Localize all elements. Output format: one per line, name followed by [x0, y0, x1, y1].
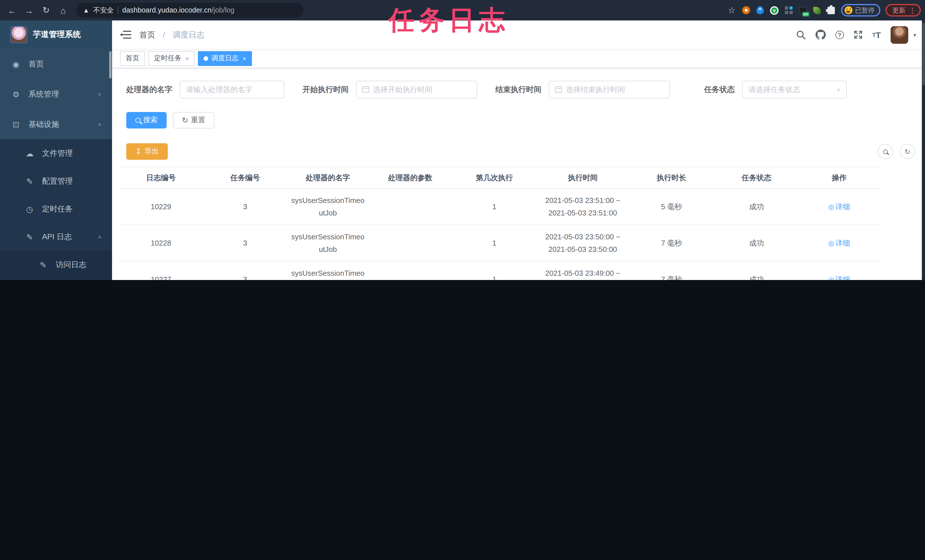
- handler-name: sysUserSessionTimeoutJob: [291, 230, 365, 256]
- tab-调度日志[interactable]: 调度日志×: [198, 51, 252, 66]
- job-id-cell: 3: [203, 225, 287, 261]
- reload-icon[interactable]: ↻: [39, 3, 53, 18]
- search-button[interactable]: 搜索: [126, 112, 167, 128]
- sidebar-scrollbar-thumb[interactable]: [109, 51, 111, 78]
- tab-首页[interactable]: 首页: [120, 51, 145, 66]
- window-scrollbar[interactable]: [922, 21, 925, 280]
- not-secure-label: 不安全: [93, 5, 114, 15]
- handler-cell: sysUserSessionTimeoutJob: [287, 188, 369, 225]
- breadcrumb: 首页 / 调度日志: [139, 29, 205, 40]
- status-cell: 成功: [715, 188, 798, 225]
- download-icon: ↧: [136, 148, 142, 155]
- home-icon[interactable]: ⌂: [56, 3, 71, 18]
- detail-link[interactable]: ◎详细: [828, 275, 850, 280]
- screenshot-root: ← → ↻ ⌂ ▲ 不安全 dashboard.yudao.iocoder.cn…: [0, 0, 925, 280]
- github-icon[interactable]: [815, 30, 826, 40]
- log-id-cell: 10229: [118, 188, 203, 225]
- handler-name: sysUserSessionTimeoutJob: [291, 267, 365, 280]
- exec-time-line: 2021-05-03 23:51:00: [540, 207, 626, 219]
- sidebar-item-infrastructure[interactable]: ⊡基础设施∧: [0, 109, 112, 139]
- param-cell: [369, 188, 451, 225]
- exec-index-cell: 1: [451, 188, 538, 225]
- eye-icon: ◎: [828, 275, 834, 280]
- grid-extension-icon[interactable]: [784, 6, 793, 15]
- blue-extension-icon[interactable]: [756, 6, 765, 15]
- sidebar-logo[interactable]: 芋道管理系统: [0, 21, 112, 49]
- sidebar-item-system-mgmt[interactable]: ⚙系统管理∨: [0, 79, 112, 109]
- column-header: 操作: [798, 167, 880, 188]
- logo-avatar: [10, 26, 27, 43]
- close-tag-icon[interactable]: ×: [185, 55, 189, 62]
- paused-badge[interactable]: 已暂停: [841, 4, 880, 17]
- tab-定时任务[interactable]: 定时任务×: [148, 51, 195, 66]
- filter-start-time: 开始执行时间选择开始执行时间: [303, 81, 477, 98]
- refresh-table-button[interactable]: ↻: [900, 144, 915, 159]
- user-avatar[interactable]: [890, 26, 908, 44]
- export-button[interactable]: ↧导出: [126, 143, 168, 160]
- gear-icon: ⚙: [11, 90, 21, 99]
- breadcrumb-current: 调度日志: [173, 30, 205, 39]
- sidebar-item-label: 配置管理: [42, 176, 73, 186]
- sidebar-item-access-log[interactable]: ✎访问日志: [0, 251, 112, 278]
- font-size-icon[interactable]: TT: [872, 30, 881, 39]
- app-title: 芋道管理系统: [33, 30, 81, 40]
- forward-icon[interactable]: →: [22, 3, 36, 18]
- extensions-puzzle-icon[interactable]: [827, 6, 836, 15]
- user-menu-caret-icon[interactable]: ▾: [913, 32, 916, 38]
- paused-label: 已暂停: [855, 6, 875, 15]
- eye-icon: ◎: [828, 203, 834, 211]
- handler-name-input[interactable]: 请输入处理器的名字: [180, 81, 284, 98]
- detail-link[interactable]: ◎详细: [828, 238, 850, 247]
- end-time-input[interactable]: 选择结束执行时间: [549, 81, 670, 98]
- sidebar-item-scheduled-tasks[interactable]: ◷定时任务: [0, 195, 112, 223]
- log-id-cell: 10227: [118, 261, 203, 280]
- browser-update-button[interactable]: 更新 ⋮: [886, 4, 921, 17]
- task-status-select[interactable]: 请选择任务状态∨: [742, 81, 847, 98]
- table-row: 102293sysUserSessionTimeoutJob12021-05-0…: [118, 188, 880, 225]
- chevron-down-icon: ∨: [836, 87, 841, 92]
- calendar-icon: [555, 86, 562, 93]
- detail-link[interactable]: ◎详细: [828, 202, 850, 211]
- url-path: /job/log: [212, 6, 235, 14]
- toggle-search-button[interactable]: [878, 144, 893, 159]
- bookmark-star-icon[interactable]: ☆: [727, 6, 736, 15]
- window-scrollbar-thumb[interactable]: [922, 23, 925, 85]
- status-cell: 成功: [715, 261, 798, 280]
- column-header: 第几次执行: [451, 167, 538, 188]
- docs-question-icon[interactable]: ?: [835, 30, 844, 39]
- column-header: 日志编号: [118, 167, 203, 188]
- sidebar-menu: ◉首页⚙系统管理∨⊡基础设施∧☁文件管理✎配置管理◷定时任务✎API 日志∧✎访…: [0, 49, 112, 280]
- sidebar-item-home[interactable]: ◉首页: [0, 49, 112, 79]
- table-header-row: 日志编号任务编号处理器的名字处理器的参数第几次执行执行时间执行时长任务状态操作: [118, 167, 880, 188]
- fullscreen-icon[interactable]: [853, 30, 862, 39]
- param-cell: [369, 261, 451, 280]
- green-v-extension-icon[interactable]: v: [770, 6, 779, 15]
- log-id-cell: 10228: [118, 225, 203, 261]
- leaf-extension-icon[interactable]: [812, 6, 821, 15]
- address-bar[interactable]: ▲ 不安全 dashboard.yudao.iocoder.cn/job/log: [76, 3, 304, 18]
- close-tag-icon[interactable]: ×: [243, 55, 246, 62]
- job-log-table: 日志编号任务编号处理器的名字处理器的参数第几次执行执行时间执行时长任务状态操作 …: [118, 167, 880, 280]
- filter-label-end-time: 结束执行时间: [495, 84, 541, 95]
- reset-button[interactable]: ↻重置: [173, 112, 214, 128]
- orange-extension-icon[interactable]: [741, 6, 750, 15]
- sidebar-item-config-mgmt[interactable]: ✎配置管理: [0, 167, 112, 195]
- browser-menu-kebab-icon[interactable]: ⋮: [909, 6, 916, 14]
- breadcrumb-home[interactable]: 首页: [139, 30, 155, 39]
- placeholder-text: 请选择任务状态: [749, 84, 800, 95]
- collapse-sidebar-icon[interactable]: [120, 31, 131, 39]
- sidebar-item-file-mgmt[interactable]: ☁文件管理: [0, 139, 112, 167]
- reset-icon: ↻: [182, 117, 188, 124]
- duration-cell: 7 毫秒: [628, 225, 715, 261]
- start-time-input[interactable]: 选择开始执行时间: [356, 81, 477, 98]
- address-divider: [118, 6, 118, 14]
- tag-label: 定时任务: [154, 53, 181, 63]
- sidebar-item-api-log[interactable]: ✎API 日志∧: [0, 223, 112, 251]
- switch-on-extension-icon[interactable]: on: [798, 6, 807, 15]
- placeholder-text: 选择结束执行时间: [566, 84, 625, 95]
- sidebar-item-error-log[interactable]: ✎错误日志: [0, 278, 112, 280]
- back-icon[interactable]: ←: [5, 3, 20, 18]
- exec-time-line: 2021-05-03 23:50:00: [540, 243, 626, 256]
- search-icon[interactable]: [796, 30, 806, 39]
- column-header: 任务编号: [203, 167, 287, 188]
